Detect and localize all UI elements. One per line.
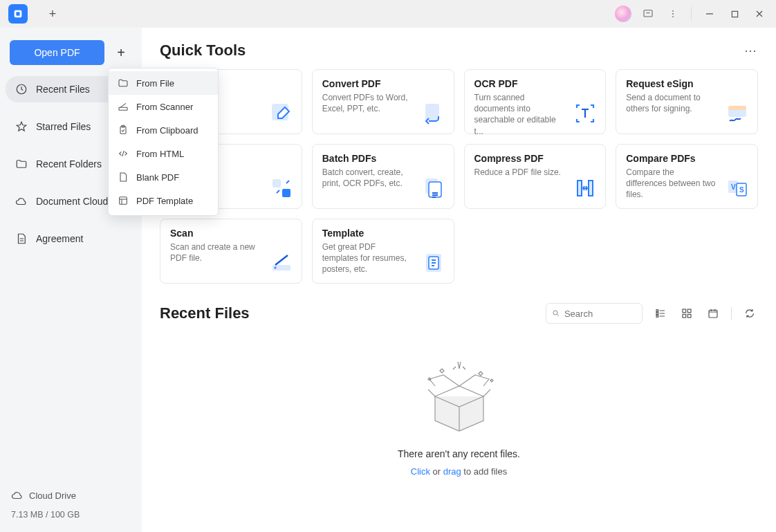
create-icon xyxy=(270,102,293,125)
tool-card-esign[interactable]: Request eSignSend a document to others f… xyxy=(616,69,758,134)
tool-card-ocr[interactable]: OCR PDFTurn scanned documents into searc… xyxy=(464,69,607,134)
svg-point-3 xyxy=(672,10,674,12)
dropdown-item-pdf-template[interactable]: PDF Template xyxy=(109,189,218,212)
recent-files-title: Recent Files xyxy=(160,304,250,322)
tool-card-desc: Convert PDFs to Word, Excel, PPT, etc. xyxy=(322,92,412,114)
more-vertical-icon[interactable] xyxy=(662,3,684,25)
user-avatar[interactable] xyxy=(612,3,634,25)
svg-rect-29 xyxy=(687,309,691,313)
dropdown-item-label: From File xyxy=(136,78,174,89)
svg-rect-9 xyxy=(425,104,439,120)
scanner-icon xyxy=(117,100,129,113)
svg-rect-33 xyxy=(119,107,127,110)
dropdown-item-from-html[interactable]: From HTML xyxy=(109,142,218,165)
storage-usage-text: 7.13 MB / 100 GB xyxy=(11,510,131,520)
svg-rect-31 xyxy=(687,314,691,318)
open-pdf-button[interactable]: Open PDF xyxy=(10,40,104,65)
cloud-drive-label: Cloud Drive xyxy=(29,490,76,501)
empty-drag-link[interactable]: drag xyxy=(443,466,461,477)
tool-card-batch[interactable]: Batch PDFsBatch convert, create, print, … xyxy=(312,144,454,209)
svg-point-4 xyxy=(672,13,674,15)
tool-card-template-card[interactable]: TemplateGet great PDF templates for resu… xyxy=(312,219,454,284)
new-tab-button[interactable]: + xyxy=(43,4,62,24)
clock-icon xyxy=(15,83,28,95)
esign-icon xyxy=(726,102,749,125)
tool-card-title: Compress PDF xyxy=(474,153,596,164)
empty-state-text: There aren't any recent files. xyxy=(398,448,520,459)
dropdown-item-label: From HTML xyxy=(136,149,184,159)
svg-rect-25 xyxy=(656,310,658,312)
tool-card-title: Scan xyxy=(170,228,292,239)
svg-rect-11 xyxy=(728,106,746,110)
dropdown-item-label: From Scanner xyxy=(136,102,193,112)
html-icon xyxy=(117,147,129,160)
svg-text:V: V xyxy=(731,183,736,191)
dropdown-item-blank-pdf[interactable]: Blank PDF xyxy=(109,165,218,189)
refresh-button[interactable] xyxy=(741,305,758,322)
compress-icon xyxy=(573,176,597,200)
dropdown-item-from-scanner[interactable]: From Scanner xyxy=(109,95,218,118)
batch-icon xyxy=(422,176,445,200)
convert-icon xyxy=(422,102,445,125)
svg-rect-32 xyxy=(709,310,717,318)
search-box[interactable] xyxy=(546,303,643,324)
feedback-icon[interactable] xyxy=(637,3,659,25)
tool-card-desc: Scan and create a new PDF file. xyxy=(170,241,260,264)
minimize-button[interactable] xyxy=(699,3,721,25)
svg-rect-30 xyxy=(683,314,686,318)
scan-icon xyxy=(270,251,293,275)
tool-card-title: OCR PDF xyxy=(474,78,596,89)
sidebar-item-label: Starred Files xyxy=(36,121,91,132)
dropdown-item-label: From Clipboard xyxy=(136,125,198,136)
star-icon xyxy=(15,120,28,133)
titlebar-divider xyxy=(691,7,692,21)
search-icon xyxy=(552,309,560,318)
folder-outline-icon xyxy=(117,77,129,89)
dropdown-item-from-clipboard[interactable]: From Clipboard xyxy=(109,118,218,142)
cloud-drive-button[interactable]: Cloud Drive xyxy=(11,489,131,502)
sidebar-item-label: Agreement xyxy=(36,233,83,244)
tool-card-desc: Get great PDF templates for resumes, pos… xyxy=(322,241,412,275)
sidebar-item-agreement[interactable]: Agreement xyxy=(6,226,136,252)
empty-state: There aren't any recent files. Click or … xyxy=(160,338,758,477)
search-input[interactable] xyxy=(564,309,636,319)
dropdown-item-label: PDF Template xyxy=(136,196,193,206)
tool-card-desc: Compare the differences between two file… xyxy=(626,167,716,201)
titlebar: + xyxy=(0,0,776,28)
svg-point-21 xyxy=(274,267,276,269)
compare-icon: VS xyxy=(726,176,749,200)
template-icon xyxy=(117,194,129,207)
tool-card-compress[interactable]: Compress PDFReduce a PDF file size. xyxy=(464,144,607,209)
quick-tools-more-button[interactable]: ⋯ xyxy=(744,43,758,58)
tool-card-desc: Send a document to others for signing. xyxy=(626,92,716,114)
create-pdf-plus-button[interactable]: + xyxy=(110,42,132,64)
empty-click-link[interactable]: Click xyxy=(411,466,430,477)
clipboard-icon xyxy=(117,124,129,136)
cloud-icon xyxy=(15,195,28,208)
maximize-button[interactable] xyxy=(723,3,746,25)
empty-box-illustration xyxy=(411,351,508,441)
grid-view-button[interactable] xyxy=(678,305,695,322)
tool-card-convert[interactable]: Convert PDFConvert PDFs to Word, Excel, … xyxy=(312,69,454,134)
svg-rect-13 xyxy=(282,189,290,197)
tool-card-desc: Turn scanned documents into searchable o… xyxy=(474,92,564,137)
tool-card-compare[interactable]: Compare PDFsCompare the differences betw… xyxy=(616,144,758,209)
tool-card-title: Request eSign xyxy=(626,78,748,89)
tool-card-title: Compare PDFs xyxy=(626,153,748,164)
combine-icon xyxy=(270,176,293,200)
sidebar-item-label: Document Cloud xyxy=(36,196,108,207)
close-button[interactable] xyxy=(748,3,770,25)
divider xyxy=(731,307,732,320)
dropdown-item-from-file[interactable]: From File xyxy=(109,71,218,95)
svg-rect-12 xyxy=(272,179,281,187)
svg-text:S: S xyxy=(739,186,744,194)
blank-page-icon xyxy=(117,171,129,183)
quick-tools-title: Quick Tools xyxy=(160,42,246,59)
svg-rect-27 xyxy=(656,315,658,318)
tool-card-scan[interactable]: ScanScan and create a new PDF file. xyxy=(160,219,302,284)
list-view-button[interactable] xyxy=(652,305,669,322)
calendar-filter-button[interactable] xyxy=(705,305,721,322)
sidebar-item-label: Recent Folders xyxy=(36,158,102,169)
document-icon xyxy=(15,232,28,245)
tool-card-title: Batch PDFs xyxy=(322,153,444,164)
